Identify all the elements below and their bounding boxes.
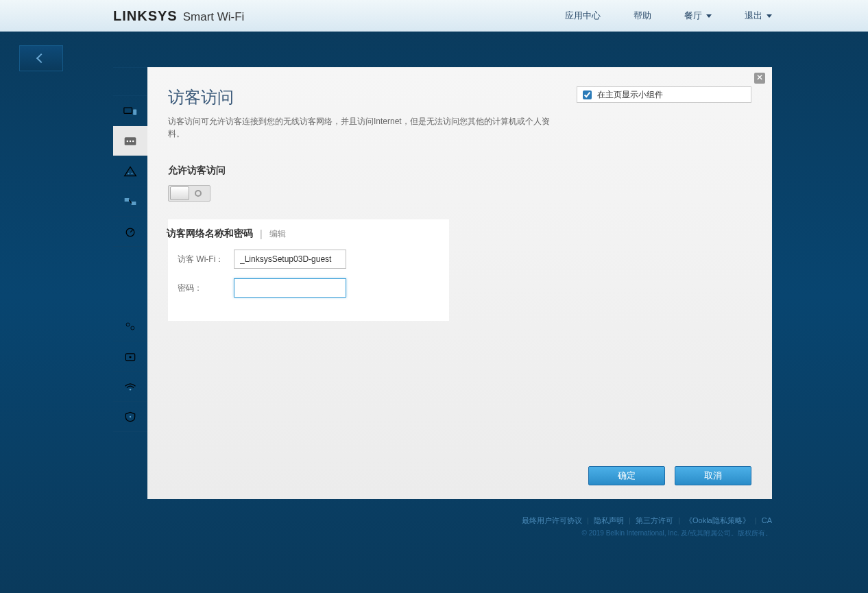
wifi-name-label: 访客 Wi-Fi： xyxy=(178,254,227,265)
nav-logout-label: 退出 xyxy=(745,10,762,22)
close-icon[interactable]: ✕ xyxy=(754,73,765,84)
svg-point-11 xyxy=(126,323,130,326)
top-nav: 应用中心 帮助 餐厅 退出 xyxy=(565,10,854,22)
password-input[interactable] xyxy=(234,278,346,298)
chevron-down-icon xyxy=(706,14,712,18)
devices-icon xyxy=(123,106,137,117)
sidebar-item-wifi[interactable] xyxy=(113,372,147,402)
credentials-header: 访客网络名称和密码 | 编辑 xyxy=(167,219,449,247)
svg-point-16 xyxy=(130,415,132,417)
password-row: 密码： xyxy=(178,278,439,298)
wifi-name-input[interactable] xyxy=(234,250,346,269)
speed-icon xyxy=(123,226,137,237)
footer-copyright: © 2019 Belkin International, Inc. 及/或其附属… xyxy=(522,529,772,538)
svg-point-12 xyxy=(131,326,134,330)
chevron-down-icon xyxy=(767,14,772,18)
nav-help[interactable]: 帮助 xyxy=(634,10,651,22)
edit-link[interactable]: 编辑 xyxy=(269,228,286,240)
gears-icon xyxy=(123,321,137,332)
page-footer: 最终用户许可协议 | 隐私声明 | 第三方许可 | 《Ookla隐私策略》 | … xyxy=(522,516,772,538)
sidebar-item-security[interactable] xyxy=(113,402,147,432)
credentials-box: 访客网络名称和密码 | 编辑 访客 Wi-Fi： 密码： xyxy=(168,219,449,321)
sidebar-item-guest[interactable] xyxy=(113,126,147,156)
cancel-button[interactable]: 取消 xyxy=(675,466,751,485)
credentials-body: 访客 Wi-Fi： 密码： xyxy=(168,247,449,310)
nav-logout[interactable]: 退出 xyxy=(745,10,772,22)
svg-rect-1 xyxy=(133,109,136,114)
panel-header: 访客访问 在主页显示小组件 xyxy=(168,86,751,115)
show-widget-checkbox[interactable] xyxy=(583,90,592,99)
footer-ookla[interactable]: 《Ookla隐私策略》 xyxy=(685,516,750,524)
svg-rect-8 xyxy=(125,198,130,202)
footer-third[interactable]: 第三方许可 xyxy=(636,516,673,524)
svg-rect-9 xyxy=(132,202,136,205)
sidebar-divider xyxy=(113,247,147,311)
credentials-title: 访客网络名称和密码 xyxy=(167,228,253,240)
sidebar-item-storage[interactable] xyxy=(113,341,147,372)
ok-button[interactable]: 确定 xyxy=(588,466,665,485)
sep: | xyxy=(587,516,589,524)
allow-guest-title: 允许访客访问 xyxy=(168,165,751,177)
content-panel: ✕ 访客访问 在主页显示小组件 访客访问可允许访客连接到您的无线访客网络，并且访… xyxy=(147,67,772,499)
priority-icon xyxy=(123,196,137,207)
collapse-sidebar-button[interactable] xyxy=(19,45,63,71)
svg-point-3 xyxy=(127,140,129,142)
page-title: 访客访问 xyxy=(168,86,234,108)
toggle-knob xyxy=(170,186,189,200)
wifi-name-row: 访客 Wi-Fi： xyxy=(178,250,439,269)
sidebar-item-speed[interactable] xyxy=(113,217,147,247)
panel-footer: 确定 取消 xyxy=(168,450,751,485)
wifi-icon xyxy=(123,381,137,392)
svg-point-14 xyxy=(129,356,131,358)
chevron-left-icon xyxy=(36,53,46,63)
footer-links: 最终用户许可协议 | 隐私声明 | 第三方许可 | 《Ookla隐私策略》 | … xyxy=(522,516,772,526)
logo: LINKSYS Smart Wi-Fi xyxy=(113,8,244,24)
storage-icon xyxy=(123,351,137,362)
sep: | xyxy=(678,516,680,524)
sidebar xyxy=(113,67,147,593)
divider: | xyxy=(260,228,263,239)
sidebar-item-priority[interactable] xyxy=(113,186,147,217)
page-description: 访客访问可允许访客连接到您的无线访客网络，并且访问Internet，但是无法访问… xyxy=(168,115,552,140)
guest-icon xyxy=(123,136,137,147)
shield-icon xyxy=(123,411,137,422)
footer-privacy[interactable]: 隐私声明 xyxy=(594,516,624,524)
nav-dining[interactable]: 餐厅 xyxy=(684,10,712,22)
svg-rect-0 xyxy=(124,108,132,113)
sidebar-item-settings[interactable] xyxy=(113,311,147,341)
allow-guest-toggle[interactable] xyxy=(168,185,210,202)
svg-point-7 xyxy=(132,173,133,174)
sidebar-item-devices[interactable] xyxy=(113,96,147,126)
sep: | xyxy=(629,516,631,524)
nav-dining-label: 餐厅 xyxy=(684,10,702,22)
toggle-off-indicator xyxy=(195,190,202,197)
sidebar-spacer xyxy=(113,67,147,96)
password-label: 密码： xyxy=(178,282,227,294)
nav-apps[interactable]: 应用中心 xyxy=(565,10,601,22)
parental-icon xyxy=(123,166,137,177)
top-header: LINKSYS Smart Wi-Fi 应用中心 帮助 餐厅 退出 xyxy=(0,0,868,32)
brand-name: LINKSYS xyxy=(113,8,178,24)
sidebar-item-parental[interactable] xyxy=(113,156,147,186)
sep: | xyxy=(755,516,757,524)
show-widget-label: 在主页显示小组件 xyxy=(597,89,663,101)
product-name: Smart Wi-Fi xyxy=(183,10,245,24)
svg-point-4 xyxy=(130,140,132,142)
show-widget-checkbox-wrap[interactable]: 在主页显示小组件 xyxy=(577,86,751,103)
footer-eula[interactable]: 最终用户许可协议 xyxy=(522,516,582,524)
footer-ca[interactable]: CA xyxy=(762,516,772,524)
svg-point-6 xyxy=(128,173,130,174)
svg-point-15 xyxy=(130,388,132,390)
svg-point-5 xyxy=(132,140,134,142)
